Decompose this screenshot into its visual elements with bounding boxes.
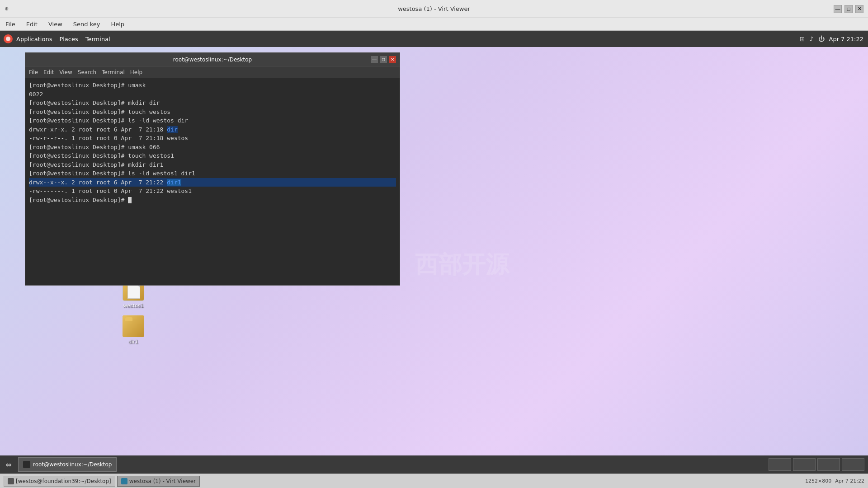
terminal-window-controls: — □ ✕ [371,56,396,63]
desktop-icon-dir1[interactable]: dir1 [115,315,151,345]
close-button[interactable]: ✕ [855,5,863,13]
terminal-menu-view[interactable]: View [59,69,72,75]
window-title: westosa (1) - Virt Viewer [398,5,470,12]
applications-label: Applications [16,36,52,42]
terminal-menu-terminal[interactable]: Terminal [102,69,125,75]
taskbar-desktop-icon[interactable]: ⇔ [2,458,15,471]
xfce-bottom-panel: ⇔ root@westoslinux:~/Desktop [0,455,868,474]
taskbar-task-virtviewer-label: westosa (1) - Virt Viewer [129,478,196,484]
terminal-menu-help[interactable]: Help [130,69,142,75]
virt-title-bar: ⊕ westosa (1) - Virt Viewer — □ ✕ [0,0,868,18]
window-indicator: ⊕ [5,6,9,12]
terminal-maximize-button[interactable]: □ [380,56,387,63]
terminal-line-11: [root@westoslinux Desktop]# ls -ld westo… [29,169,396,178]
virt-viewer-window: ⊕ westosa (1) - Virt Viewer — □ ✕ File E… [0,0,868,488]
virt-menu-bar: File Edit View Send key Help [0,18,868,31]
taskbar-task-terminal[interactable]: [westos@foundation39:~/Desktop] [4,476,115,487]
taskbar-terminal-app[interactable]: root@westoslinux:~/Desktop [18,457,117,472]
taskbar-right-item-3[interactable] [817,458,840,471]
desktop-icon-label-dir1: dir1 [128,339,138,345]
virt-datetime: Apr 7 21:22 [835,478,864,484]
places-menu[interactable]: Places [56,36,81,42]
virt-menu-sendkey[interactable]: Send key [71,20,102,28]
terminal-prompt: [root@westoslinux Desktop]# [29,197,128,203]
panel-right: ⊞ ♪ ⏻ Apr 7 21:22 [800,35,868,42]
terminal-content[interactable]: [root@westoslinux Desktop]# umask 0022 [… [25,78,400,285]
terminal-cursor [128,197,132,203]
taskbar-right-item-4[interactable] [842,458,864,471]
terminal-close-button[interactable]: ✕ [389,56,396,63]
desktop-icon-label-westos1: westos1 [123,303,143,309]
terminal-menu-edit[interactable]: Edit [43,69,54,75]
terminal-menu-bar: File Edit View Search Terminal Help [25,66,400,78]
taskbar-right-item-2[interactable] [793,458,816,471]
clock: Apr 7 21:22 [829,36,864,42]
terminal-line-13: -rw-------. 1 root root 0 Apr 7 21:22 we… [29,187,396,196]
task-virtviewer-icon [121,478,127,484]
applications-menu[interactable]: Applications [0,34,56,43]
vm-display: Applications Places Terminal ⊞ ♪ ⏻ Apr 7… [0,31,868,474]
task-terminal-icon [8,478,14,484]
virt-bottom-right: 1252×800 Apr 7 21:22 [805,478,864,484]
terminal-line-12: drwx--x--x. 2 root root 6 Apr 7 21:22 di… [29,178,396,187]
volume-icon[interactable]: ♪ [810,35,814,42]
taskbar-task-virtviewer[interactable]: westosa (1) - Virt Viewer [117,476,200,487]
terminal-line-10: [root@westoslinux Desktop]# mkdir dir1 [29,160,396,169]
xfce-top-panel: Applications Places Terminal ⊞ ♪ ⏻ Apr 7… [0,31,868,47]
virt-resolution: 1252×800 [805,478,831,484]
maximize-button[interactable]: □ [844,5,853,13]
terminal-menu-search[interactable]: Search [78,69,96,75]
terminal-line-9: [root@westoslinux Desktop]# touch westos… [29,151,396,160]
folder-icon-dir1 [123,315,144,337]
taskbar-task-terminal-label: [westos@foundation39:~/Desktop] [16,478,111,484]
terminal-app-icon [23,461,30,468]
terminal-title: root@westoslinux:~/Desktop [173,56,252,63]
terminal-line-7: -rw-r--r--. 1 root root 0 Apr 7 21:18 we… [29,134,396,143]
terminal-line-6: drwxr-xr-x. 2 root root 6 Apr 7 21:18 di… [29,125,396,134]
terminal-menu[interactable]: Terminal [82,36,114,42]
terminal-line-1: [root@westoslinux Desktop]# umask [29,81,396,90]
virt-menu-file[interactable]: File [4,20,17,28]
taskbar-right-area [769,458,868,471]
minimize-button[interactable]: — [834,5,842,13]
taskbar-terminal-label: root@westoslinux:~/Desktop [33,461,112,468]
watermark: 西部开源 [415,249,509,281]
virt-menu-view[interactable]: View [47,20,64,28]
dir-highlight: dir [167,126,177,133]
terminal-line-4: [root@westoslinux Desktop]# touch westos [29,108,396,117]
window-controls: — □ ✕ [834,5,863,13]
applications-icon [4,34,13,43]
virt-bottom-bar: [westos@foundation39:~/Desktop] westosa … [0,474,868,488]
virt-menu-help[interactable]: Help [109,20,126,28]
terminal-line-8: [root@westoslinux Desktop]# umask 066 [29,143,396,152]
terminal-minimize-button[interactable]: — [371,56,378,63]
terminal-window: root@westoslinux:~/Desktop — □ ✕ File Ed… [25,52,400,286]
terminal-title-bar: root@westoslinux:~/Desktop — □ ✕ [25,53,400,66]
taskbar-right-item-1[interactable] [769,458,791,471]
power-icon[interactable]: ⏻ [818,35,825,42]
dir1-highlight: dir1 [167,179,181,186]
svg-point-0 [6,37,10,41]
network-icon[interactable]: ⊞ [800,35,805,42]
virt-menu-edit[interactable]: Edit [24,20,39,28]
terminal-line-2: 0022 [29,90,396,99]
terminal-line-3: [root@westoslinux Desktop]# mkdir dir [29,99,396,108]
terminal-line-5: [root@westoslinux Desktop]# ls -ld westo… [29,116,396,125]
terminal-prompt-line: [root@westoslinux Desktop]# [29,196,396,205]
terminal-menu-file[interactable]: File [29,69,38,75]
